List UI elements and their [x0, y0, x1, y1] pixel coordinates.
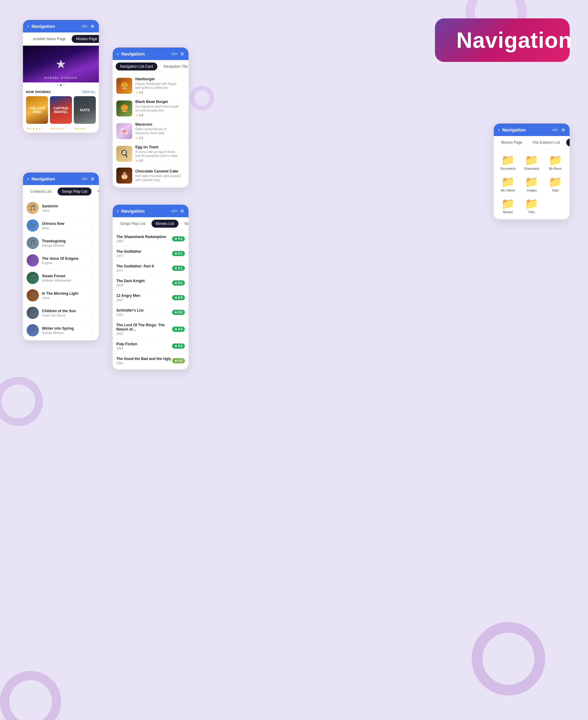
movie-item-12-angry[interactable]: 12 Angry Men 1957 ★ 8.9 [113, 291, 189, 305]
tab-movies-page[interactable]: Movies Page [71, 35, 99, 43]
movie-info-good-bad-ugly: The Good the Bad and the Ugly 1966 [116, 357, 171, 365]
song-menu-enigma[interactable]: ⋮ [90, 258, 95, 263]
movie-item-godfather[interactable]: The Godfather 1972 ★ 9.1 [113, 246, 189, 261]
stars-1: ★★★★★ [26, 127, 48, 130]
poster-lion-img: THE LION KING [26, 96, 48, 124]
folder-icon-my-music: 📁 [548, 155, 562, 166]
food-img-hamburger: 🍔 [116, 78, 132, 94]
movie-item-godfather2[interactable]: The Godfather: Part II 1974 ★ 9.1 [113, 261, 189, 276]
rating-badge-shawshank: ★ 9.2 [172, 236, 185, 241]
poster-lion-king[interactable]: THE LION KING [26, 96, 48, 124]
movies-list-settings-icon[interactable]: ⚙ [180, 209, 184, 214]
code-icon[interactable]: </> [81, 24, 87, 29]
songs-code-icon[interactable]: </> [81, 177, 87, 181]
back-icon[interactable]: ‹ [27, 23, 29, 29]
poster-suits-img: SUITS [74, 96, 96, 124]
food-rating-egg-toast: ★ 4.5 [135, 159, 180, 162]
movie-title-dark-knight: The Dark Knight [116, 279, 145, 283]
folder-label-documents: Documents [500, 167, 516, 171]
folder-data[interactable]: 📁 Data [544, 174, 567, 195]
song-artist-children-sun: Dead Can Dance [42, 314, 87, 317]
songs-settings-icon[interactable]: ⚙ [90, 177, 94, 181]
movie-item-pulp-fiction[interactable]: Pulp Fiction 1994 ★ 8.9 [113, 339, 189, 354]
poster-suits[interactable]: SUITS [74, 96, 96, 124]
song-menu-steam-forest[interactable]: ⋮ [90, 275, 95, 281]
folder-documents[interactable]: 📁 Documents [497, 152, 519, 173]
song-item-winter-spring[interactable]: 🎵 Winter into Spring George Winston ⋮ [23, 322, 99, 339]
song-item-steam-forest[interactable]: 🎵 Steam Forest Andreas Vollenweider ⋮ [23, 269, 99, 287]
food-item-macarons[interactable]: 🍬 Macarons Eight colorful flavors of mac… [113, 120, 189, 142]
food-settings-icon[interactable]: ⚙ [180, 52, 184, 56]
movie-item-good-bad-ugly[interactable]: The Good the Bad and the Ugly 1966 ★ 8.8 [113, 354, 189, 368]
movies-list-back-icon[interactable]: ‹ [117, 208, 119, 214]
folder-label-movies: Movies [503, 211, 513, 214]
song-item-thanksgiving[interactable]: 🎵 Thanksgiving George Winston ⋮ [23, 234, 99, 252]
song-artist-orinoco: Enya [42, 226, 87, 230]
files-code-icon[interactable]: </> [552, 127, 558, 132]
folder-images[interactable]: 📁 Images [520, 174, 543, 195]
song-menu-orinoco[interactable]: ⋮ [90, 223, 95, 228]
food-name-cake: Chocolate Caramel Cake [135, 169, 185, 174]
tab-movies-list[interactable]: Movies List [93, 187, 99, 196]
folder-label-downloads: Downloads [524, 167, 539, 171]
song-item-enigma[interactable]: 🎵 The Voice Of Enigma Enigma ⋮ [23, 252, 99, 269]
food-item-egg-toast[interactable]: 🍳 Egg on Toast A sunny-side up egg on to… [113, 142, 189, 165]
movie-title-schindler: Schindler's List [116, 308, 144, 313]
tab-nav-tile-card[interactable]: Navigation Tile Card [159, 62, 189, 71]
tab-selectable-name[interactable]: ...ectable Name Page [26, 35, 70, 43]
rating-badge-lotr: ★ 8.9 [172, 326, 185, 332]
song-item-morning-light[interactable]: 🎵 In The Morning Light Yanni ⋮ [23, 287, 99, 304]
food-item-hamburger[interactable]: 🍔 Hamburger Classic hamburger with Angus… [113, 75, 189, 97]
files-settings-icon[interactable]: ⚙ [561, 127, 565, 132]
song-info-thanksgiving: Thanksgiving George Winston [42, 239, 87, 247]
song-menu-santorini[interactable]: ⋮ [90, 205, 95, 211]
view-all-button[interactable]: VIEW ALL [82, 91, 96, 94]
folder-downloads[interactable]: 📁 Downloads [520, 152, 543, 173]
food-name-hamburger: Hamburger [135, 77, 180, 81]
movie-item-dark-knight[interactable]: The Dark Knight 2008 ★ 9.1 [113, 276, 189, 291]
food-back-icon[interactable]: ‹ [117, 51, 119, 57]
folder-label-data: Data [552, 189, 559, 192]
songs-back-icon[interactable]: ‹ [27, 176, 29, 182]
tab-names-list[interactable]: Names List [180, 220, 189, 228]
files-back-icon[interactable]: ‹ [498, 126, 500, 133]
food-item-cake[interactable]: 🎂 Chocolate Caramel Cake Rich dark choco… [113, 165, 189, 186]
settings-icon[interactable]: ⚙ [90, 24, 94, 29]
movie-item-lotr[interactable]: The Lord Of The Rings: The Return of... … [113, 320, 189, 339]
tab-movies-list-2[interactable]: Movies List [151, 220, 178, 228]
song-item-orinoco[interactable]: 🎶 Orinoco flow Enya ⋮ [23, 217, 99, 234]
food-desc-blackbean: Our signature black bean burger on a who… [135, 104, 180, 113]
poster-captain-marvel[interactable]: CAPTAIN MARVEL [50, 96, 72, 124]
folder-movies[interactable]: 📁 Movies [497, 196, 519, 216]
tab-file-explorer-list[interactable]: File Explorer List [528, 139, 564, 146]
movies-list-code-icon[interactable]: </> [171, 209, 177, 214]
food-code-icon[interactable]: </> [171, 52, 177, 56]
song-artist-enigma: Enigma [42, 261, 87, 265]
movie-item-schindler[interactable]: Schindler's List 1993 ★ 8.9 [113, 305, 189, 320]
food-item-blackbean[interactable]: 🍔 Black Bean Burger Our signature black … [113, 97, 189, 120]
food-img-cake: 🎂 [116, 167, 132, 183]
folder-my-videos[interactable]: 📁 My Videos [497, 174, 519, 195]
song-menu-winter-spring[interactable]: ⋮ [90, 327, 95, 333]
tab-contacts-list[interactable]: Contacts List [26, 187, 56, 196]
folder-my-music[interactable]: 📁 My Music [544, 152, 567, 173]
now-showing-row: NOW SHOWING VIEW ALL [23, 88, 99, 95]
tab-file-explorer-grid[interactable]: File Explorer Grid [566, 139, 570, 146]
movie-item-shawshank[interactable]: The Shawshank Redemption 1994 ★ 9.2 [113, 232, 189, 246]
rating-badge-godfather: ★ 9.1 [172, 251, 185, 256]
song-menu-thanksgiving[interactable]: ⋮ [90, 240, 95, 246]
song-menu-children-sun[interactable]: ⋮ [90, 310, 95, 316]
tab-songs-play-list[interactable]: Songs Play List [58, 187, 91, 196]
movie-year-12-angry: 1957 [116, 298, 140, 302]
song-menu-morning-light[interactable]: ⋮ [90, 293, 95, 298]
songs-playlist-card: ‹ Navigation </> ⚙ Contacts List Songs P… [23, 173, 99, 340]
tab-songs-play-list-2[interactable]: Songs Play List [116, 220, 150, 228]
song-item-santorini[interactable]: 🎵 Santorini Yanni ⋮ [23, 199, 99, 217]
folder-files[interactable]: 📁 Files [520, 196, 543, 216]
tab-nav-list-card[interactable]: Navigation List Card [116, 62, 157, 71]
card-movies-list-header: ‹ Navigation </> ⚙ [113, 205, 189, 217]
stars-3: ★★★★ [74, 127, 96, 130]
song-item-children-sun[interactable]: 🎵 Children of the Sun Dead Can Dance ⋮ [23, 304, 99, 322]
movie-title-shawshank: The Shawshank Redemption [116, 235, 166, 239]
tab-movies-page-2[interactable]: Movies Page [497, 139, 526, 146]
